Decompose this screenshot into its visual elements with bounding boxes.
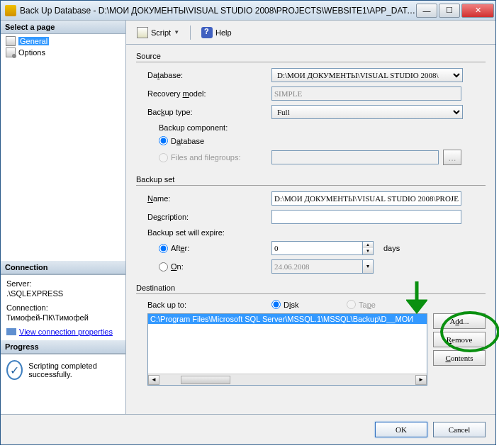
tape-radio: Tape [347, 300, 376, 309]
scroll-right-icon[interactable]: ► [415, 375, 427, 385]
spin-down-icon[interactable]: ▼ [363, 248, 373, 254]
database-icon [5, 5, 16, 16]
dialog-window: Back Up Database - D:\МОИ ДОКУМЕНТЫ\VISU… [0, 0, 496, 445]
options-icon [6, 47, 16, 57]
cancel-button[interactable]: Cancel [433, 422, 486, 437]
titlebar[interactable]: Back Up Database - D:\МОИ ДОКУМЕНТЫ\VISU… [1, 1, 495, 21]
tape-radio-input [347, 300, 356, 309]
calendar-dropdown-icon: ▾ [362, 259, 374, 274]
page-list: General Options [1, 34, 125, 261]
toolbar: Script ▼ Help [126, 21, 495, 45]
backup-set-label: Backup set [136, 175, 486, 186]
recovery-input [271, 86, 461, 101]
view-connection-link[interactable]: View connection properties [6, 327, 120, 336]
button-bar: OK Cancel [1, 414, 495, 444]
link-icon [6, 328, 16, 335]
source-label: Source [136, 52, 486, 62]
backup-set-group: Backup set Name: Description: Backup set… [136, 175, 486, 278]
contents-button[interactable]: Contents [433, 350, 486, 366]
description-label: Description: [147, 213, 271, 221]
script-button[interactable]: Script ▼ [132, 24, 184, 41]
scroll-left-icon[interactable]: ◄ [148, 375, 159, 385]
page-item-general[interactable]: General [2, 35, 124, 47]
destination-list[interactable]: C:\Program Files\Microsoft SQL Server\MS… [147, 313, 427, 386]
disk-radio-input[interactable] [271, 300, 281, 309]
page-item-options[interactable]: Options [2, 47, 124, 58]
on-date-input [271, 259, 362, 274]
general-icon [6, 36, 16, 46]
days-label: days [383, 244, 400, 252]
backup-type-label: Backup type: [147, 108, 271, 116]
filegroups-input [271, 150, 439, 164]
window-title: Back Up Database - D:\МОИ ДОКУМЕНТЫ\VISU… [20, 6, 416, 16]
form-area: Source Database: D:\МОИ ДОКУМЕНТЫ\VISUAL… [126, 45, 495, 414]
server-value: .\SQLEXPRESS [6, 289, 120, 298]
add-button[interactable]: Add... [433, 313, 486, 329]
database-select[interactable]: D:\МОИ ДОКУМЕНТЫ\VISUAL STUDIO 2008\ [271, 68, 463, 82]
name-label: Name: [147, 194, 271, 203]
help-button[interactable]: Help [196, 24, 237, 41]
script-icon [137, 27, 148, 38]
disk-radio[interactable]: Disk [271, 300, 342, 309]
destination-group: Destination Back up to: Disk [136, 284, 486, 390]
ok-button[interactable]: OK [375, 422, 427, 437]
backup-to-label: Back up to: [147, 301, 271, 309]
name-input[interactable] [271, 191, 461, 206]
source-group: Source Database: D:\МОИ ДОКУМЕНТЫ\VISUAL… [136, 52, 486, 169]
filegroups-browse-button: ... [443, 150, 461, 165]
left-pane: Select a page General Options Connection… [1, 21, 126, 414]
progress-text: Scripting completed successfully. [28, 362, 120, 379]
connection-value: Тимофей-ПК\Тимофей [6, 313, 120, 322]
database-radio-input[interactable] [159, 136, 168, 145]
horizontal-scrollbar[interactable]: ◄ ► [148, 374, 427, 385]
after-radio[interactable]: After: [159, 244, 271, 253]
filegroups-radio: Files and filegroups: [159, 153, 271, 162]
expire-label: Backup set will expire: [147, 228, 271, 237]
description-input[interactable] [271, 210, 461, 224]
destination-item[interactable]: C:\Program Files\Microsoft SQL Server\MS… [148, 314, 427, 324]
minimize-button[interactable]: — [416, 4, 437, 18]
connection-header: Connection [1, 261, 125, 274]
connection-label: Connection: [6, 303, 120, 312]
recovery-label: Recovery model: [147, 89, 271, 98]
help-icon [201, 27, 213, 38]
on-radio-input[interactable] [159, 262, 168, 271]
right-pane: Script ▼ Help Source Database: [126, 21, 495, 414]
progress-section: ✓ Scripting completed successfully. [1, 354, 125, 386]
on-date-picker: ▾ [271, 259, 374, 274]
database-label: Database: [147, 71, 271, 79]
after-spinner[interactable]: ▲▼ [271, 241, 374, 255]
remove-button[interactable]: Remove [433, 332, 486, 347]
filegroups-radio-input [159, 153, 168, 162]
spin-up-icon[interactable]: ▲ [363, 242, 373, 248]
progress-header: Progress [1, 340, 125, 354]
after-radio-input[interactable] [159, 244, 168, 253]
backup-type-select[interactable]: Full [271, 105, 463, 119]
after-value[interactable] [271, 241, 362, 255]
destination-label: Destination [136, 284, 486, 294]
server-label: Server: [6, 279, 120, 288]
page-label: Options [18, 48, 45, 57]
chevron-down-icon: ▼ [174, 29, 179, 35]
database-radio[interactable]: Database [159, 136, 271, 145]
close-button[interactable]: ✕ [461, 4, 494, 18]
maximize-button[interactable]: ☐ [439, 4, 460, 18]
page-label: General [18, 37, 49, 45]
connection-section: Server: .\SQLEXPRESS Connection: Тимофей… [1, 274, 125, 340]
select-page-header: Select a page [1, 21, 125, 34]
toolbar-separator [190, 26, 191, 40]
success-icon: ✓ [6, 360, 23, 380]
on-radio[interactable]: On: [159, 262, 271, 271]
component-label: Backup component: [147, 123, 271, 132]
scroll-thumb[interactable] [181, 376, 230, 384]
